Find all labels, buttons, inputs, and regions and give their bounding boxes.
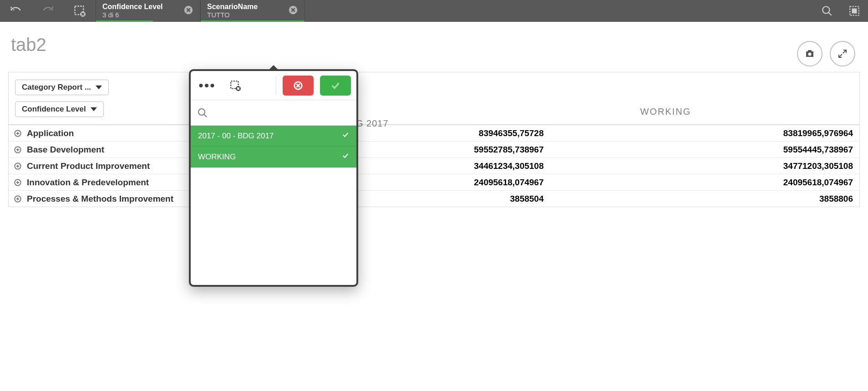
- clear-filter-icon[interactable]: [183, 5, 193, 17]
- fullscreen-button[interactable]: [830, 41, 855, 66]
- dropdown-label: Category Report ...: [22, 83, 91, 92]
- pivot-row[interactable]: Application 83946355,75728 83819965,9769…: [9, 125, 859, 141]
- expand-icon[interactable]: [9, 162, 27, 170]
- filter-pill-scenario-name[interactable]: ScenarioName TUTTO: [200, 0, 305, 22]
- svg-point-16: [198, 109, 205, 115]
- filter-progress-strip: [96, 20, 153, 22]
- expand-icon[interactable]: [9, 195, 27, 203]
- category-report-dropdown[interactable]: Category Report ...: [15, 80, 109, 95]
- step-forward-button[interactable]: [32, 5, 64, 17]
- history-group: [0, 0, 96, 22]
- dropdown-label: Confidence Level: [22, 105, 86, 114]
- popup-caret-icon: [269, 65, 278, 69]
- check-icon: [342, 131, 349, 141]
- expand-icon[interactable]: [9, 179, 27, 186]
- snapshot-button[interactable]: [797, 41, 822, 66]
- filter-progress-strip: [201, 20, 305, 22]
- row-value-2: 59554445,738967: [550, 145, 860, 155]
- filter-value: TUTTO: [207, 11, 284, 19]
- clear-filter-icon[interactable]: [288, 5, 298, 17]
- popup-item-label: WORKING: [198, 152, 236, 162]
- search-icon: [197, 107, 208, 118]
- pivot-container: Category Report ... Confidence Level WOR…: [8, 72, 860, 207]
- popup-item-label: 2017 - 00 - BDG 2017: [198, 132, 274, 141]
- global-search-button[interactable]: [813, 0, 841, 22]
- svg-point-7: [808, 53, 812, 56]
- top-toolbar: Confidence Level 3 di 6 ScenarioName TUT…: [0, 0, 868, 22]
- row-value-2: 83819965,976964: [550, 128, 860, 138]
- filter-title: Confidence Level: [102, 3, 180, 11]
- pivot-row[interactable]: Innovation & Predevelopment 24095618,074…: [9, 174, 859, 190]
- clear-all-selections-button[interactable]: [64, 5, 96, 17]
- expand-icon[interactable]: [9, 146, 27, 153]
- pivot-row[interactable]: Current Product Improvement 34461234,305…: [9, 157, 859, 174]
- popup-list: 2017 - 00 - BDG 2017 WORKING: [191, 126, 356, 285]
- expand-icon[interactable]: [9, 130, 27, 137]
- selection-popup: ••• 2017 - 00 - BDG 2017: [189, 69, 358, 287]
- pivot-row[interactable]: Processes & Methods Improvement 3858504 …: [9, 190, 859, 207]
- row-value-2: 3858806: [550, 194, 860, 204]
- popup-search-input[interactable]: [191, 100, 356, 126]
- column-header-working: WORKING: [478, 107, 853, 117]
- svg-rect-6: [853, 9, 857, 13]
- sheet-title: tab2: [0, 22, 868, 55]
- pivot-dimension-bar: Category Report ... Confidence Level WOR…: [9, 72, 859, 125]
- column-header-bdg-partial: G 2017: [356, 118, 389, 129]
- filter-title: ScenarioName: [207, 3, 284, 11]
- popup-item[interactable]: WORKING: [191, 147, 356, 168]
- filter-pill-confidence-level[interactable]: Confidence Level 3 di 6: [96, 0, 200, 22]
- check-icon: [342, 152, 349, 162]
- popup-cancel-button[interactable]: [283, 76, 314, 96]
- svg-point-4: [822, 6, 829, 13]
- sheet-actions: [797, 41, 855, 66]
- row-value-2: 24095618,074967: [550, 178, 860, 188]
- popup-toolbar: •••: [191, 71, 356, 100]
- row-value-2: 34771203,305108: [550, 161, 860, 171]
- popup-clear-selection-button[interactable]: [224, 80, 246, 91]
- pivot-row[interactable]: Base Development 59552785,738967 5955444…: [9, 141, 859, 157]
- chevron-down-icon: [91, 106, 97, 112]
- step-back-button[interactable]: [0, 5, 32, 17]
- pivot-body: Application 83946355,75728 83819965,9769…: [9, 125, 859, 207]
- confidence-level-dropdown[interactable]: Confidence Level: [15, 102, 104, 117]
- selections-tool-button[interactable]: [841, 0, 868, 22]
- popup-confirm-button[interactable]: [320, 76, 351, 96]
- popup-more-button[interactable]: •••: [196, 78, 218, 93]
- popup-item[interactable]: 2017 - 00 - BDG 2017: [191, 126, 356, 147]
- chevron-down-icon: [96, 84, 102, 91]
- filter-value: 3 di 6: [102, 11, 180, 19]
